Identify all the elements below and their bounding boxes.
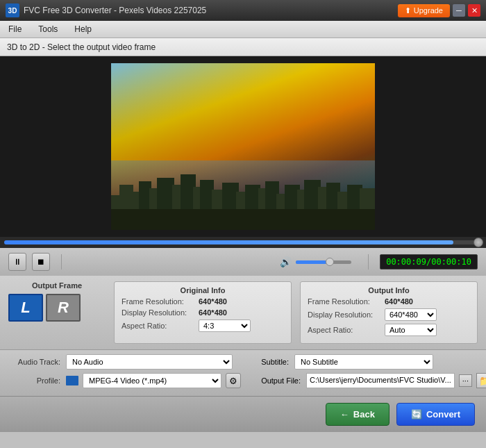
output-frame-panel: Output Frame L R [8,281,106,344]
orig-aspect-select[interactable]: 4:3 16:9 Auto [199,320,251,332]
video-frame [111,63,375,230]
profile-row: MPEG-4 Video (*.mp4) AVI Video (*.avi) M… [66,373,241,388]
out-frame-res-row: Frame Resolution: 640*480 [308,297,470,306]
controls-bar: ⏸ ⏹ 🔊 00:00:09/00:00:10 [0,248,486,276]
orig-display-res-row: Display Resolution: 640*480 [122,308,284,317]
profile-icon [66,376,78,385]
close-button[interactable]: ✕ [468,4,480,17]
orig-frame-res-row: Frame Resolution: 640*480 [122,297,284,306]
out-display-res-label: Display Resolution: [308,310,380,319]
progress-fill [4,240,453,244]
right-frame-button[interactable]: R [46,294,81,322]
audio-track-label: Audio Track: [8,358,60,366]
audio-track-select[interactable]: No Audio Track 1 [66,354,233,370]
volume-thumb[interactable] [326,258,334,266]
upgrade-button[interactable]: ⬆ Upgrade [398,4,450,17]
instruction-text: 3D to 2D - Select the output video frame [7,42,156,52]
out-aspect-label: Aspect Ratio: [308,326,380,334]
orig-display-res-value: 640*480 [199,308,227,317]
volume-fill [296,260,326,264]
out-display-res-row: Display Resolution: 640*480 1280*720 [308,308,470,321]
menu-file[interactable]: File [6,23,24,35]
progress-thumb[interactable] [474,238,483,247]
profile-output-row: Profile: MPEG-4 Video (*.mp4) AVI Video … [8,373,478,388]
output-info-panel: Output Info Frame Resolution: 640*480 Di… [300,281,478,344]
output-info-title: Output Info [308,286,470,294]
out-frame-res-label: Frame Resolution: [308,297,380,306]
minimize-button[interactable]: ─ [453,4,465,17]
audio-subtitle-row: Audio Track: No Audio Track 1 Subtitle: … [8,354,478,370]
menu-tools[interactable]: Tools [35,23,60,35]
action-bar: ← Back 🔄 Convert [0,396,486,432]
city-silhouette [111,147,375,230]
out-aspect-row: Aspect Ratio: Auto 4:3 16:9 [308,324,470,336]
profile-label: Profile: [8,376,60,385]
out-frame-res-value: 640*480 [385,297,413,306]
window-title: FVC Free 3D Converter - Pexels Videos 22… [24,6,206,15]
separator [61,254,62,269]
volume-icon: 🔊 [280,256,292,267]
video-area [0,56,486,237]
back-button[interactable]: ← Back [326,403,389,426]
original-info-title: Original Info [122,286,284,294]
subtitle-label: Subtitle: [251,358,289,366]
pause-icon: ⏸ [13,257,22,267]
separator2 [368,254,369,269]
frame-buttons: L R [8,294,81,322]
output-file-row: C:\Users\jerry\Documents\FVC Studio\V...… [306,373,486,388]
progress-track[interactable] [4,240,482,244]
menu-help[interactable]: Help [72,23,94,35]
progress-container[interactable] [0,237,486,248]
svg-rect-26 [111,209,375,230]
volume-area: 🔊 [280,256,351,267]
volume-track[interactable] [296,260,351,264]
pause-button[interactable]: ⏸ [8,253,26,271]
out-aspect-select[interactable]: Auto 4:3 16:9 [385,324,437,336]
upgrade-icon: ⬆ [405,6,411,15]
bottom-section: Audio Track: No Audio Track 1 Subtitle: … [0,350,486,396]
convert-button[interactable]: 🔄 Convert [396,403,475,426]
orig-aspect-row: Aspect Ratio: 4:3 16:9 Auto [122,320,284,332]
convert-icon: 🔄 [411,409,422,420]
orig-aspect-label: Aspect Ratio: [122,322,194,330]
output-path-dots-button[interactable]: ··· [459,374,472,387]
subtitle-select[interactable]: No Subtitle Track 1 [294,354,433,370]
orig-frame-res-label: Frame Resolution: [122,297,194,306]
instruction-bar: 3D to 2D - Select the output video frame [0,38,486,56]
time-display: 00:00:09/00:00:10 [380,254,478,269]
back-icon: ← [340,409,349,420]
original-info-panel: Original Info Frame Resolution: 640*480 … [114,281,292,344]
menu-bar: File Tools Help [0,21,486,38]
orig-display-res-label: Display Resolution: [122,308,194,317]
stop-icon: ⏹ [37,257,45,267]
orig-frame-res-value: 640*480 [199,297,227,306]
settings-gear-button[interactable]: ⚙ [226,373,241,388]
output-path: C:\Users\jerry\Documents\FVC Studio\V... [306,373,455,388]
out-display-res-select[interactable]: 640*480 1280*720 [385,308,437,321]
title-bar: 3D FVC Free 3D Converter - Pexels Videos… [0,0,486,21]
app-icon: 3D [6,3,19,17]
info-section: Output Frame L R Original Info Frame Res… [0,276,486,350]
stop-button[interactable]: ⏹ [32,253,50,271]
left-frame-button[interactable]: L [8,294,43,322]
output-file-label: Output File: [252,376,301,385]
output-frame-title: Output Frame [8,281,106,290]
profile-select[interactable]: MPEG-4 Video (*.mp4) AVI Video (*.avi) M… [83,373,221,388]
browse-folder-button[interactable]: 📁 [476,373,486,388]
